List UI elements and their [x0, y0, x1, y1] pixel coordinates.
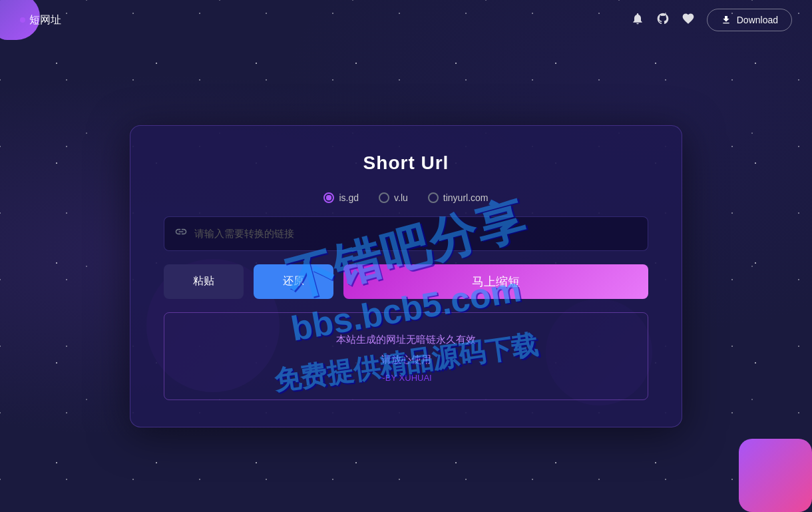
radio-vlnu-label: v.lu: [394, 192, 408, 203]
radio-tinyurl-input[interactable]: [428, 192, 439, 203]
brand: 短网址: [20, 13, 61, 27]
paste-button[interactable]: 粘贴: [164, 264, 244, 299]
card-title: Short Url: [164, 152, 648, 174]
radio-isgd-label: is.gd: [339, 192, 359, 203]
brand-dot: [20, 17, 25, 23]
radio-vlnu-input[interactable]: [379, 192, 389, 203]
navbar: 短网址 Download: [0, 0, 812, 40]
navbar-right: Download: [631, 9, 792, 31]
main-area: Short Url is.gd v.lu tinyurl.com: [0, 40, 812, 512]
radio-tinyurl[interactable]: tinyurl.com: [428, 192, 489, 203]
brand-label: 短网址: [29, 13, 61, 27]
download-button[interactable]: Download: [707, 9, 792, 31]
github-icon[interactable]: [656, 12, 670, 29]
url-input-row: [164, 216, 648, 251]
button-row: 粘贴 还原 马上缩短: [164, 264, 648, 299]
info-box: 本站生成的网址无暗链永久有效 请放心使用 ~BY XUHUAI: [164, 312, 648, 400]
restore-button[interactable]: 还原: [254, 264, 333, 299]
radio-group: is.gd v.lu tinyurl.com: [164, 192, 648, 203]
download-label: Download: [737, 15, 778, 25]
url-input[interactable]: [194, 228, 638, 239]
bell-icon[interactable]: [631, 12, 644, 29]
main-card: Short Url is.gd v.lu tinyurl.com: [130, 125, 682, 427]
link-icon: [174, 225, 188, 242]
info-line2: 请放心使用: [178, 350, 634, 370]
radio-isgd[interactable]: is.gd: [323, 192, 359, 203]
info-line1: 本站生成的网址无暗链永久有效: [178, 330, 634, 350]
radio-isgd-input[interactable]: [323, 192, 334, 203]
heart-icon[interactable]: [682, 12, 695, 29]
shorten-button[interactable]: 马上缩短: [343, 264, 648, 299]
info-author: ~BY XUHUAI: [178, 373, 634, 383]
radio-vlnu[interactable]: v.lu: [379, 192, 408, 203]
radio-tinyurl-label: tinyurl.com: [443, 192, 489, 203]
download-icon: [721, 15, 731, 25]
